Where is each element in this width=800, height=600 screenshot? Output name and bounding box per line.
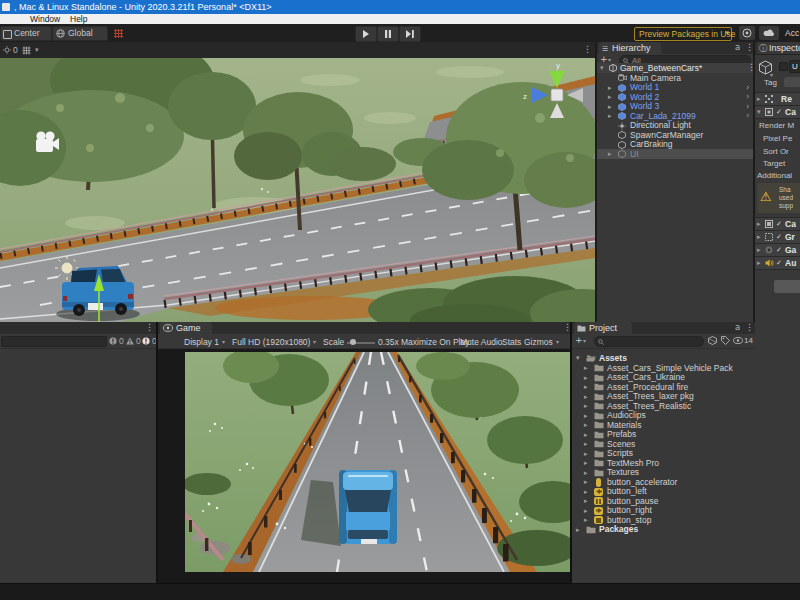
project-search-input[interactable]: [594, 336, 704, 347]
warning-count-icon[interactable]: [126, 337, 134, 345]
pause-button[interactable]: [377, 26, 399, 42]
scene-kebab-menu-icon[interactable]: ⋮: [583, 44, 592, 54]
project-row-packages[interactable]: ▸ Packages: [572, 525, 755, 535]
gameobject-icon: [618, 131, 626, 139]
create-asset-button[interactable]: +: [575, 335, 583, 345]
active-checkbox[interactable]: [779, 62, 788, 71]
lock-icon[interactable]: a: [735, 42, 740, 52]
name-field[interactable]: U: [789, 60, 800, 73]
pivot-center-button[interactable]: Center: [0, 26, 52, 41]
project-row-folder[interactable]: ▸ Asset_Trees_Realistic: [572, 401, 755, 411]
error-count-icon[interactable]: [142, 337, 150, 345]
component-enabled-checkbox[interactable]: ✓: [776, 260, 782, 267]
stats-button[interactable]: Stats: [502, 337, 521, 347]
inspector-panel: ⓘ Inspector ▾ U Tag ▸ Re ▾ ✓ Ca Render M…: [753, 42, 800, 583]
cloud-button[interactable]: [759, 26, 779, 40]
scene-view-canvas[interactable]: y z: [0, 58, 595, 322]
global-toggle-button[interactable]: Global: [52, 26, 108, 41]
project-row-folder[interactable]: ▸ Asset_Cars_Ukraine: [572, 373, 755, 383]
info-count-icon[interactable]: [109, 337, 117, 345]
grid-visibility-icon[interactable]: [22, 46, 31, 55]
project-row-assets[interactable]: ▾ Assets: [572, 353, 755, 363]
hierarchy-row-world3[interactable]: ▸ World 3 ›: [597, 102, 755, 112]
mute-audio-button[interactable]: Mute Audio: [460, 337, 503, 347]
project-kebab-menu-icon[interactable]: ⋮: [745, 322, 754, 332]
component-script[interactable]: ▸ ✓ Ga: [755, 243, 800, 257]
collab-button[interactable]: [739, 26, 755, 40]
hierarchy-row-ui[interactable]: ▸ UI: [597, 149, 755, 159]
menu-window[interactable]: Window: [30, 14, 60, 24]
light-toggle-icon[interactable]: [3, 46, 11, 54]
game-view-canvas[interactable]: [185, 352, 572, 572]
project-row-folder[interactable]: ▸ Materials: [572, 420, 755, 430]
gizmos-dropdown[interactable]: Gizmos: [524, 337, 553, 347]
project-row-sprite[interactable]: ▸ button_left: [572, 487, 755, 497]
app-icon: [2, 3, 10, 11]
tab-inspector[interactable]: ⓘ Inspector: [757, 42, 800, 54]
pause-sprite-icon: [594, 497, 603, 505]
project-row-folder[interactable]: ▸ Scripts: [572, 449, 755, 459]
component-enabled-checkbox[interactable]: ✓: [776, 247, 782, 254]
tag-dropdown[interactable]: [784, 77, 800, 87]
window-title: , Mac & Linux Standalone - Unity 2020.3.…: [14, 0, 272, 14]
window-titlebar[interactable]: , Mac & Linux Standalone - Unity 2020.3.…: [0, 0, 800, 14]
package-filter-icon[interactable]: [708, 336, 717, 345]
project-row-folder[interactable]: ▸ Prefabs: [572, 430, 755, 440]
left-arrow-sprite-icon: [594, 488, 603, 496]
grid-dropdown-caret-icon[interactable]: ▾: [35, 46, 39, 54]
component-canvas[interactable]: ▾ ✓ Ca: [755, 105, 800, 119]
hierarchy-row-scene[interactable]: ▾ Game_BetweenCars* ⋮: [597, 63, 755, 73]
create-asset-caret-icon[interactable]: ▾: [583, 337, 586, 344]
game-view-icon: [163, 324, 173, 332]
pivot-icon: [3, 30, 12, 39]
project-row-sprite[interactable]: ▸ button_accelerator: [572, 477, 755, 487]
console-kebab-menu-icon[interactable]: ⋮: [145, 322, 154, 332]
console-search-input[interactable]: [1, 336, 107, 347]
project-row-folder[interactable]: ▸ Textures: [572, 468, 755, 478]
project-row-folder[interactable]: ▸ Asset_Trees_laxer pkg: [572, 392, 755, 402]
project-row-sprite[interactable]: ▸ button_right: [572, 506, 755, 516]
prefab-cube-icon: [618, 112, 626, 120]
account-button[interactable]: Acc: [785, 28, 799, 38]
resolution-dropdown[interactable]: Full HD (1920x1080): [232, 337, 310, 347]
add-component-button[interactable]: [774, 280, 800, 293]
component-canvas-scaler[interactable]: ▸ ✓ Ca: [755, 217, 800, 231]
menubar: Window Help: [0, 14, 800, 24]
prefab-open-chevron-icon[interactable]: ›: [746, 111, 750, 121]
step-icon: [405, 30, 415, 38]
hierarchy-row-spawncarmanager[interactable]: SpawnCarManager: [597, 130, 755, 140]
label-filter-icon[interactable]: [721, 336, 730, 345]
menu-help[interactable]: Help: [70, 14, 87, 24]
folder-open-icon: [586, 354, 596, 362]
hidden-count-eye-icon[interactable]: [733, 337, 743, 344]
create-add-caret-icon[interactable]: ▾: [608, 56, 611, 63]
play-button[interactable]: [355, 26, 377, 42]
hierarchy-row-directional-light[interactable]: Directional Light: [597, 121, 755, 131]
component-audio-source[interactable]: ▸ ✓ Au: [755, 256, 800, 270]
project-row-folder[interactable]: ▸ Audioclips: [572, 411, 755, 421]
hierarchy-row-world1[interactable]: ▸ World 1 ›: [597, 83, 755, 93]
project-row-folder[interactable]: ▸ Scenes: [572, 439, 755, 449]
scale-slider-knob[interactable]: [350, 339, 356, 345]
tab-project[interactable]: Project: [574, 322, 632, 334]
hierarchy-row-world2[interactable]: ▸ World 2 ›: [597, 92, 755, 102]
lock-icon[interactable]: a: [735, 322, 740, 332]
snap-grid-icon[interactable]: [113, 28, 124, 39]
pause-icon: [384, 30, 392, 38]
component-enabled-checkbox[interactable]: ✓: [776, 234, 782, 241]
tab-hierarchy[interactable]: ☰ Hierarchy: [599, 42, 661, 54]
tab-game[interactable]: Game: [160, 322, 212, 334]
project-row-sprite[interactable]: ▸ button_pause: [572, 496, 755, 506]
hierarchy-row-carbraking[interactable]: CarBraking: [597, 140, 755, 150]
component-enabled-checkbox[interactable]: ✓: [776, 109, 782, 116]
component-rect-transform[interactable]: ▸ Re: [755, 92, 800, 106]
component-enabled-checkbox[interactable]: ✓: [776, 221, 782, 228]
display-dropdown[interactable]: Display 1: [184, 337, 219, 347]
step-button[interactable]: [399, 26, 421, 42]
project-row-folder[interactable]: ▸ TextMesh Pro: [572, 458, 755, 468]
component-graphic-raycaster[interactable]: ▸ ✓ Gr: [755, 230, 800, 244]
game-toolbar: Display 1 ▾ Full HD (1920x1080) ▾ Scale …: [158, 334, 572, 349]
preview-packages-button[interactable]: Preview Packages in Use ▾: [634, 27, 732, 41]
hierarchy-row-main-camera[interactable]: Main Camera: [597, 73, 755, 83]
icon-picker-caret[interactable]: ▾: [770, 71, 773, 78]
